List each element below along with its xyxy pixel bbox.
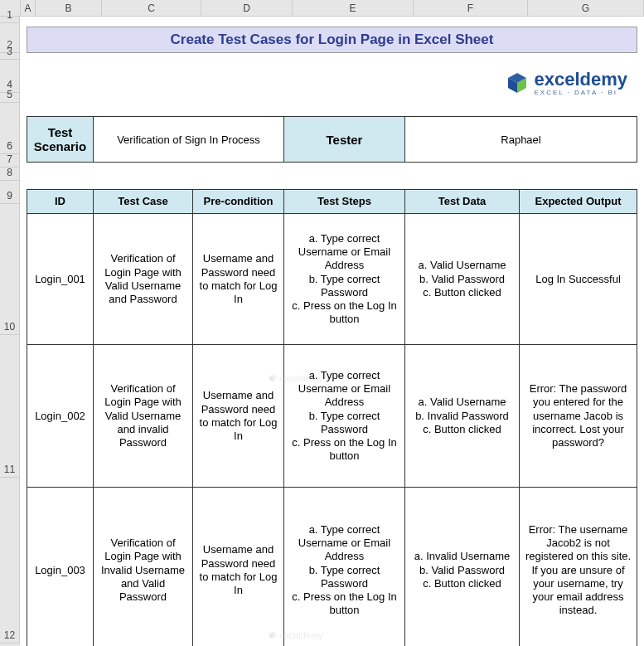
scenario-value[interactable]: Verification of Sign In Process: [94, 117, 284, 162]
cell-teststeps[interactable]: a. Type correct Username or Email Addres…: [284, 214, 405, 345]
brand-name: exceldemy: [534, 70, 627, 89]
info-table: Test Scenario Verification of Sign In Pr…: [27, 116, 637, 163]
table-row[interactable]: Login_003 Verification of Login Page wit…: [27, 488, 637, 646]
row-3[interactable]: 3: [0, 53, 20, 60]
row-9[interactable]: 9: [0, 181, 20, 204]
col-B[interactable]: B: [36, 0, 102, 16]
row-10[interactable]: 10: [0, 204, 20, 335]
tester-value[interactable]: Raphael: [405, 117, 637, 162]
logo-row: exceldemy EXCEL · DATA · BI: [20, 60, 644, 106]
cube-icon: [506, 71, 529, 95]
cell-testdata[interactable]: a. Invalid Usernameb. Valid Passwordc. B…: [405, 488, 520, 646]
col-C[interactable]: C: [102, 0, 201, 16]
row-12[interactable]: 12: [0, 478, 20, 644]
row-11[interactable]: 11: [0, 335, 20, 478]
col-E[interactable]: E: [293, 0, 414, 16]
scenario-label: Test Scenario: [27, 117, 94, 162]
col-F[interactable]: F: [414, 0, 528, 16]
cell-id[interactable]: Login_002: [27, 345, 94, 488]
cell-teststeps[interactable]: a. Type correct Username or Email Addres…: [284, 488, 405, 646]
cell-testdata[interactable]: a. Valid Usernameb. Valid Passwordc. But…: [405, 214, 520, 345]
test-case-table: ID Test Case Pre-condition Test Steps Te…: [27, 189, 637, 646]
table-header-row: ID Test Case Pre-condition Test Steps Te…: [27, 190, 637, 214]
cell-testcase[interactable]: Verification of Login Page with Invalid …: [94, 488, 193, 646]
th-id: ID: [27, 190, 94, 214]
cell-teststeps[interactable]: a. Type correct Username or Email Addres…: [284, 345, 405, 488]
cell-precondition[interactable]: Username and Password need to match for …: [193, 345, 284, 488]
brand-tagline: EXCEL · DATA · BI: [534, 89, 627, 96]
row-5[interactable]: 5: [0, 93, 20, 103]
sheet-content: Create Test Cases for Login Page in Exce…: [20, 17, 644, 646]
cell-testdata[interactable]: a. Valid Usernameb. Invalid Passwordc. B…: [405, 345, 520, 488]
row-7[interactable]: 7: [0, 154, 20, 168]
table-row[interactable]: Login_002 Verification of Login Page wit…: [27, 345, 637, 488]
brand-logo: exceldemy EXCEL · DATA · BI: [506, 70, 627, 96]
row-1[interactable]: 1: [0, 17, 20, 23]
tester-label: Tester: [284, 117, 405, 162]
th-teststeps: Test Steps: [284, 190, 405, 214]
cell-id[interactable]: Login_003: [27, 488, 94, 646]
th-precondition: Pre-condition: [193, 190, 284, 214]
row-6[interactable]: 6: [0, 103, 20, 154]
excel-sheet: A B C D E F G 1 2 3 4 5 6 7 8 9 10 11 12…: [0, 0, 644, 646]
cell-expected[interactable]: Error: The password you entered for the …: [520, 345, 637, 488]
row-4[interactable]: 4: [0, 60, 20, 93]
cell-id[interactable]: Login_001: [27, 214, 94, 345]
table-row[interactable]: Login_001 Verification of Login Page wit…: [27, 214, 637, 345]
cell-precondition[interactable]: Username and Password need to match for …: [193, 488, 284, 646]
cell-precondition[interactable]: Username and Password need to match for …: [193, 214, 284, 345]
th-testcase: Test Case: [94, 190, 193, 214]
page-title: Create Test Cases for Login Page in Exce…: [27, 27, 637, 53]
cell-expected[interactable]: Error: The username Jacob2 is not regist…: [520, 488, 637, 646]
column-headers: A B C D E F G: [0, 0, 644, 17]
cell-expected[interactable]: Log In Successful: [520, 214, 637, 345]
row-headers: 1 2 3 4 5 6 7 8 9 10 11 12: [0, 17, 20, 646]
row-8[interactable]: 8: [0, 168, 20, 181]
cell-testcase[interactable]: Verification of Login Page with Valid Us…: [94, 214, 193, 345]
cell-testcase[interactable]: Verification of Login Page with Valid Us…: [94, 345, 193, 488]
th-testdata: Test Data: [405, 190, 520, 214]
col-G[interactable]: G: [528, 0, 644, 16]
col-D[interactable]: D: [201, 0, 293, 16]
col-A[interactable]: A: [21, 0, 36, 16]
th-expected: Expected Output: [520, 190, 637, 214]
